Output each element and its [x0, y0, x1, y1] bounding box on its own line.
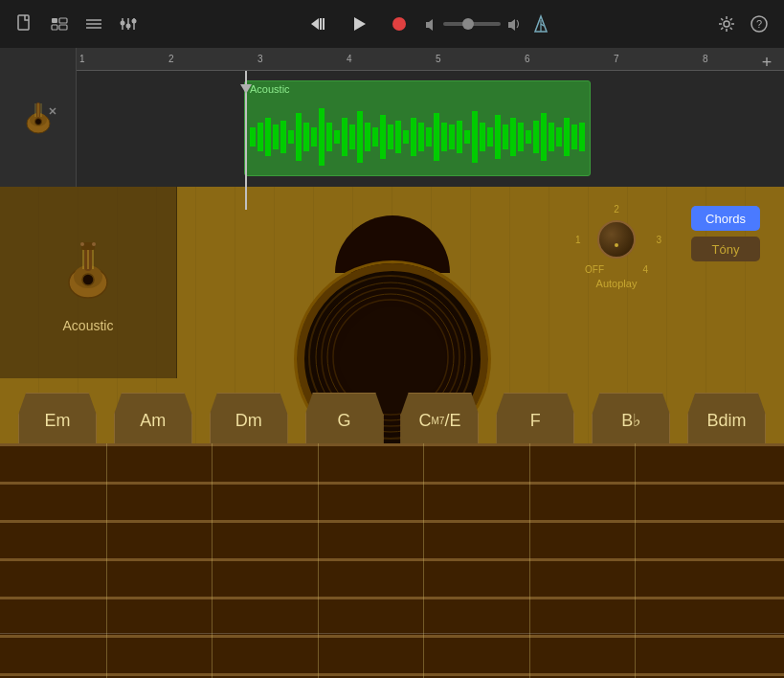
volume-control — [424, 17, 520, 31]
autoplay-knob-container: 2 1 3 OFF 4 — [583, 206, 650, 273]
svg-rect-62 — [464, 130, 470, 144]
chords-button[interactable]: Chords — [691, 206, 760, 231]
svg-rect-66 — [495, 115, 501, 159]
chord-em[interactable]: Em — [18, 393, 97, 448]
timeline-area: 1 2 3 4 5 6 7 8 + Acoustic — [0, 48, 784, 187]
playhead-triangle — [240, 84, 252, 94]
help-icon[interactable]: ? — [748, 12, 771, 35]
svg-rect-60 — [449, 124, 455, 149]
toolbar: ? — [0, 0, 784, 48]
svg-rect-34 — [250, 127, 256, 147]
chord-g[interactable]: G — [305, 393, 384, 448]
svg-rect-46 — [342, 118, 347, 156]
playhead — [245, 71, 247, 210]
play-button[interactable] — [344, 9, 374, 39]
svg-rect-55 — [411, 118, 416, 156]
svg-rect-70 — [526, 130, 531, 144]
svg-marker-14 — [311, 18, 319, 30]
string-3 — [318, 443, 319, 678]
gear-icon[interactable] — [715, 12, 738, 35]
svg-rect-4 — [59, 25, 67, 30]
svg-rect-51 — [380, 115, 386, 159]
svg-rect-2 — [59, 18, 67, 23]
autoplay-label: Autoplay — [596, 278, 638, 289]
toolbar-right: ? — [715, 12, 771, 35]
svg-point-27 — [34, 118, 41, 124]
fret-line-3 — [0, 558, 784, 561]
record-button[interactable] — [384, 9, 414, 39]
svg-rect-50 — [372, 127, 378, 147]
add-track-button[interactable]: + — [757, 53, 776, 72]
new-file-icon[interactable] — [13, 12, 36, 35]
svg-rect-72 — [541, 113, 547, 161]
fret-line-6 — [0, 673, 784, 676]
svg-rect-0 — [18, 15, 29, 30]
tony-button[interactable]: Tóny — [691, 237, 760, 261]
instrument-name-label: Acoustic — [63, 318, 114, 333]
svg-rect-76 — [571, 124, 577, 149]
list-icon[interactable] — [82, 12, 105, 35]
chord-cm7e[interactable]: CM7/E — [400, 393, 479, 448]
ruler-mark-8: 8 — [700, 48, 708, 70]
chord-am[interactable]: Am — [114, 393, 192, 448]
track-view-icon[interactable] — [48, 12, 71, 35]
region-label: Acoustic — [245, 81, 590, 97]
svg-rect-74 — [556, 127, 562, 147]
string-1 — [106, 443, 107, 678]
svg-rect-63 — [472, 111, 478, 163]
autoplay-knob[interactable] — [597, 220, 636, 259]
waveform — [245, 99, 590, 175]
track-instrument-icon — [17, 97, 59, 139]
svg-rect-41 — [303, 123, 309, 151]
knob-label-3: 3 — [656, 235, 661, 245]
fret-line-2 — [0, 520, 784, 523]
svg-rect-58 — [434, 113, 439, 161]
svg-rect-16 — [323, 18, 325, 30]
ruler-mark-2: 2 — [166, 48, 174, 70]
mode-buttons: Chords Tóny — [691, 206, 760, 261]
svg-rect-64 — [480, 123, 485, 151]
svg-rect-54 — [403, 130, 409, 144]
svg-rect-43 — [319, 108, 325, 166]
chord-dm[interactable]: Dm — [210, 393, 288, 448]
track-header — [0, 48, 77, 187]
svg-rect-40 — [296, 113, 302, 161]
string-6 — [635, 443, 636, 678]
svg-rect-36 — [265, 118, 271, 156]
string-5 — [529, 443, 530, 678]
svg-rect-53 — [395, 121, 401, 153]
knob-indicator — [615, 243, 618, 247]
chord-buttons-row: Em Am Dm G CM7/E F B♭ Bdim — [0, 393, 784, 448]
svg-rect-1 — [52, 18, 57, 23]
mixer-icon[interactable] — [117, 12, 140, 35]
svg-rect-67 — [503, 124, 508, 149]
fret-line-1 — [0, 482, 784, 485]
ruler-mark-3: 3 — [255, 48, 263, 70]
chord-bdim[interactable]: Bdim — [687, 393, 766, 448]
fret-line-5 — [0, 635, 784, 638]
volume-high-icon — [506, 17, 520, 31]
svg-text:?: ? — [756, 18, 762, 30]
fret-line-4 — [0, 597, 784, 599]
chord-bb[interactable]: B♭ — [592, 393, 670, 448]
svg-rect-56 — [418, 123, 424, 151]
ruler-mark-5: 5 — [433, 48, 441, 70]
svg-rect-44 — [326, 123, 332, 151]
rewind-button[interactable] — [303, 9, 334, 39]
svg-rect-48 — [357, 111, 363, 163]
svg-rect-37 — [273, 124, 279, 149]
chord-f[interactable]: F — [496, 393, 574, 448]
string-2 — [212, 443, 213, 678]
metronome-icon[interactable] — [529, 12, 552, 35]
svg-point-87 — [92, 242, 96, 246]
ruler: 1 2 3 4 5 6 7 8 + — [77, 48, 784, 71]
svg-rect-65 — [487, 127, 493, 147]
audio-region[interactable]: Acoustic — [244, 80, 591, 176]
volume-slider[interactable] — [443, 22, 501, 26]
instrument-selector-panel: Acoustic — [0, 187, 177, 378]
svg-rect-75 — [564, 118, 570, 156]
svg-rect-59 — [441, 123, 447, 151]
instrument-area: Acoustic 2 1 3 OFF 4 — [0, 187, 784, 678]
svg-point-18 — [392, 17, 406, 31]
knob-label-off: OFF — [585, 264, 604, 275]
